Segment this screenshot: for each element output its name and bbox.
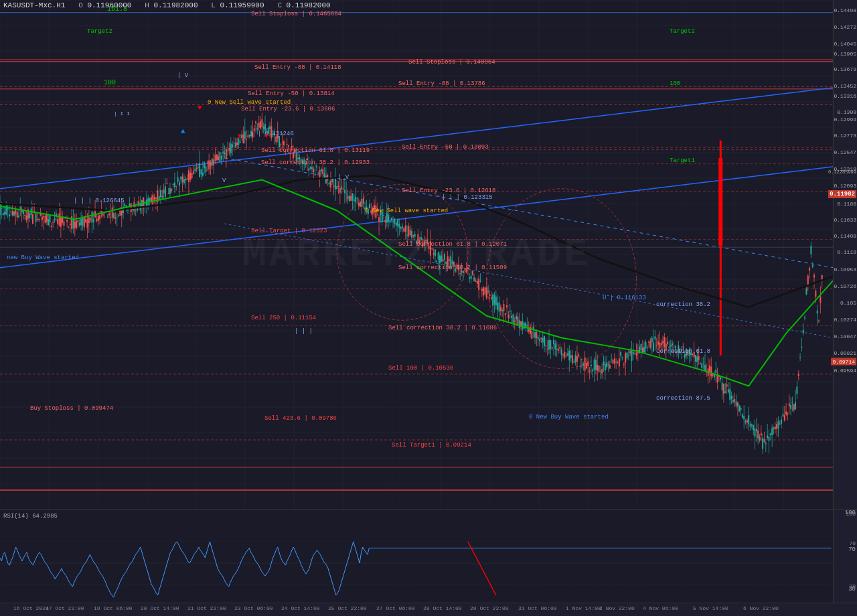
price-axis-label: 0.10953	[834, 266, 856, 273]
price-axis-label: 0.12547	[834, 149, 856, 155]
rsi-axis: 100 70 30 1007030	[833, 509, 857, 616]
time-axis-label: 6 Nov 22:00	[743, 605, 779, 611]
low-value: 0.11959900	[220, 1, 264, 9]
time-axis-label: 2 Nov 22:00	[599, 605, 635, 611]
price-axis-label: 0.13905	[834, 51, 856, 57]
price-axis-label: 0.10726	[834, 283, 856, 289]
rsi-label: RSI(14) 64.2985	[3, 513, 58, 520]
close-value: 0.11982000	[287, 1, 331, 9]
time-axis-label: 1 Nov 14:00	[566, 605, 601, 611]
rsi-axis-label: 70	[849, 540, 856, 546]
price-axis-label: 0.12285999	[828, 169, 856, 175]
price-axis: 0.144980.142720.140450.139050.136790.134…	[833, 0, 857, 509]
close-label: C	[277, 1, 282, 9]
time-axis-label: 17 Oct 22:00	[46, 605, 84, 611]
price-axis-label: 0.11982	[828, 190, 856, 198]
price-axis-label: 0.1309	[837, 109, 856, 115]
price-axis-label: 0.13679	[834, 66, 856, 72]
rsi-axis-label: 30	[849, 583, 856, 589]
rsi-axis-label: 100	[846, 511, 856, 517]
symbol-label: KASUSDT-Mxc.H1	[3, 1, 65, 9]
time-axis: 16 Oct 202417 Oct 22:0019 Oct 06:0020 Oc…	[0, 603, 857, 616]
price-axis-label: 0.14272	[834, 24, 856, 30]
rsi-70-label: 70	[848, 546, 856, 553]
rsi-chart: RSI(14) 64.2985	[0, 509, 833, 616]
time-axis-label: 27 Oct 06:00	[376, 605, 415, 611]
time-axis-label: 29 Oct 22:00	[470, 605, 509, 611]
price-axis-label: 0.1118	[837, 249, 856, 255]
price-axis-label: 0.105	[840, 300, 856, 306]
price-axis-label: 0.12773	[834, 133, 856, 139]
price-axis-label: 0.11633	[834, 217, 856, 223]
price-axis-label: 0.09714	[831, 358, 856, 366]
time-axis-label: 20 Oct 14:00	[141, 605, 179, 611]
time-axis-label: 16 Oct 2024	[13, 605, 49, 611]
time-axis-label: 25 Oct 22:00	[328, 605, 367, 611]
time-axis-label: 21 Oct 22:00	[187, 605, 226, 611]
price-axis-label: 0.10274	[834, 317, 856, 323]
rsi-canvas	[0, 510, 833, 616]
price-axis-label: 0.14498	[834, 7, 856, 13]
time-axis-label: 31 Oct 06:00	[518, 605, 557, 611]
price-axis-label: 0.12093	[834, 183, 856, 189]
price-axis-label: 0.10047	[834, 333, 856, 339]
open-label: O	[78, 1, 83, 9]
main-chart: MARKETZ TRADE 161.8Target2Target2100100T…	[0, 0, 833, 509]
chart-container: MARKETZ TRADE 161.8Target2Target2100100T…	[0, 0, 857, 616]
time-axis-label: 28 Oct 14:00	[423, 605, 462, 611]
high-value: 0.11982000	[154, 1, 198, 9]
time-axis-label: 23 Oct 06:00	[234, 605, 273, 611]
time-axis-label: 4 Nov 06:00	[643, 605, 678, 611]
time-axis-label: 24 Oct 14:00	[281, 605, 320, 611]
price-axis-label: 0.1186	[837, 201, 856, 207]
open-value: 0.11960000	[87, 1, 131, 9]
time-axis-label: 5 Nov 14:00	[693, 605, 728, 611]
price-axis-label: 0.14045	[834, 41, 856, 47]
high-label: H	[145, 1, 149, 9]
main-canvas	[0, 0, 833, 509]
price-axis-label: 0.13316	[834, 93, 856, 99]
price-axis-label: 0.13452	[834, 83, 856, 89]
price-axis-label: 0.11408	[834, 233, 856, 239]
price-axis-label: 0.12999	[834, 117, 856, 123]
chart-header: KASUSDT-Mxc.H1 O 0.11960000 H 0.11982000…	[3, 1, 331, 9]
price-axis-label: 0.09821	[834, 350, 856, 356]
time-axis-label: 19 Oct 06:00	[94, 605, 133, 611]
price-axis-label: 0.09594	[834, 368, 856, 374]
low-label: L	[211, 1, 216, 9]
